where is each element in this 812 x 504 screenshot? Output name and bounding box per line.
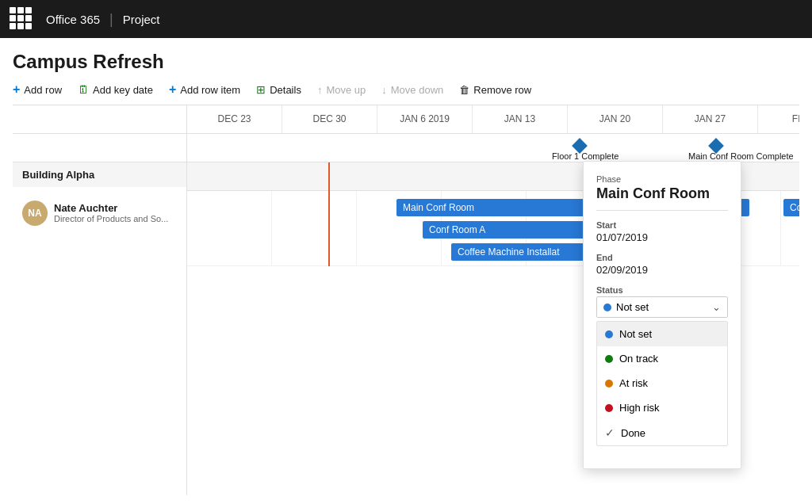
status-label-not-set: Not set <box>619 328 652 340</box>
top-nav: Office 365 | Project <box>0 0 812 38</box>
status-label-on-track: On track <box>619 353 658 365</box>
add-row-button[interactable]: + Add row <box>13 82 62 97</box>
popup-end-field: End 02/09/2019 <box>596 253 728 276</box>
popup-end-label: End <box>596 253 728 262</box>
col-header-jan20: JAN 20 <box>568 105 663 133</box>
status-dot-current <box>603 304 611 311</box>
col-header-dec23: DEC 23 <box>187 105 282 133</box>
person-info: Nate Auchter Director of Products and So… <box>54 202 168 223</box>
col-header-jan13: JAN 13 <box>473 105 568 133</box>
row-person: NA Nate Auchter Director of Products and… <box>13 187 186 239</box>
toolbar: + Add row 🗓 Add key date + Add row item … <box>13 82 799 105</box>
move-up-button[interactable]: ↑ Move up <box>317 84 366 96</box>
waffle-menu[interactable] <box>10 7 33 31</box>
milestone-confroom-label: Main Conf Room Complete <box>688 151 794 161</box>
status-option-done[interactable]: ✓ Done <box>597 420 727 445</box>
move-up-icon: ↑ <box>317 84 323 96</box>
milestone-row-left <box>13 134 186 162</box>
popup-start-label: Start <box>596 220 728 230</box>
trash-icon: 🗑 <box>459 84 469 96</box>
milestone-display-row: Floor 1 Complete Main Conf Room Complete <box>187 134 799 162</box>
gantt-date-headers: DEC 23 DEC 30 JAN 6 2019 JAN 13 JAN 20 J… <box>187 105 799 134</box>
status-dropdown[interactable]: Not set ⌄ <box>596 296 728 318</box>
nav-project: Project <box>123 13 160 26</box>
gantt-left-panel: Building Alpha NA Nate Auchter Director … <box>13 105 187 495</box>
today-line <box>328 162 330 266</box>
popup-start-field: Start 01/07/2019 <box>596 220 728 243</box>
remove-row-button[interactable]: 🗑 Remove row <box>459 84 531 96</box>
status-dot-not-set <box>605 330 613 338</box>
plus-icon: + <box>13 82 20 97</box>
gantt-left-header <box>13 105 186 134</box>
row-group-header: Building Alpha <box>13 162 186 187</box>
chevron-down-icon: ⌄ <box>712 301 721 313</box>
status-dropdown-menu: Not set On track At risk High risk ✓ Don… <box>596 321 728 446</box>
status-option-at-risk[interactable]: At risk <box>597 371 727 395</box>
phase-popup: Phase Main Conf Room Start 01/07/2019 En… <box>583 161 741 469</box>
check-icon: ✓ <box>605 426 615 439</box>
move-down-button[interactable]: ↓ Move down <box>381 84 443 96</box>
status-option-not-set[interactable]: Not set <box>597 322 727 346</box>
person-name: Nate Auchter <box>54 202 168 214</box>
popup-end-value: 02/09/2019 <box>596 264 728 276</box>
page-title: Campus Refresh <box>13 51 799 73</box>
avatar: NA <box>22 200 48 226</box>
col-header-dec30: DEC 30 <box>282 105 377 133</box>
popup-status-label: Status <box>596 285 728 295</box>
app-name: Office 365 <box>43 13 100 26</box>
status-current-label: Not set <box>616 301 649 313</box>
status-option-on-track[interactable]: On track <box>597 346 727 371</box>
move-down-icon: ↓ <box>381 84 387 96</box>
popup-phase-label: Phase <box>596 174 728 184</box>
popup-status-field: Status Not set ⌄ Not set On track At r <box>596 285 728 446</box>
details-icon: ⊞ <box>256 83 266 96</box>
col-header-jan6: JAN 6 2019 <box>377 105 473 133</box>
status-label-at-risk: At risk <box>619 377 648 389</box>
person-title: Director of Products and So... <box>54 214 168 223</box>
col-header-jan27: JAN 27 <box>663 105 758 133</box>
add-key-date-button[interactable]: 🗓 Add key date <box>78 83 153 96</box>
popup-title: Main Conf Room <box>596 185 728 211</box>
status-dot-on-track <box>605 355 613 363</box>
details-button[interactable]: ⊞ Details <box>256 83 301 96</box>
key-date-icon: 🗓 <box>78 83 89 96</box>
col-header-feb3: FEB 3 <box>758 105 799 133</box>
nav-divider: | <box>109 11 113 28</box>
bar-conf-i[interactable]: Conf I <box>783 199 799 216</box>
add-row-item-button[interactable]: + Add row item <box>169 82 240 97</box>
plus-icon-2: + <box>169 82 176 97</box>
popup-start-value: 01/07/2019 <box>596 231 728 243</box>
status-dot-at-risk <box>605 380 613 388</box>
page: Campus Refresh + Add row 🗓 Add key date … <box>0 38 812 504</box>
status-option-high-risk[interactable]: High risk <box>597 395 727 420</box>
status-label-high-risk: High risk <box>619 402 660 414</box>
milestone-floor1-label: Floor 1 Complete <box>552 151 619 161</box>
status-dot-high-risk <box>605 404 613 412</box>
status-label-done: Done <box>621 427 645 439</box>
